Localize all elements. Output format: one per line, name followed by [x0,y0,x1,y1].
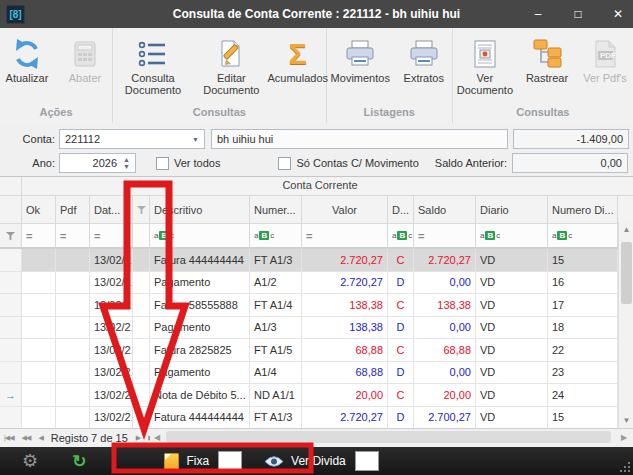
column-header-valor[interactable]: Valor [302,196,388,223]
cell-valor[interactable]: 68,88 [302,362,388,384]
gear-icon[interactable]: ⚙ [22,452,38,470]
cell-filter[interactable] [133,294,150,316]
minimize-button[interactable]: – [531,7,545,21]
cell-descritivo[interactable]: Pagamento [150,317,250,339]
cell-dc[interactable]: C [388,249,414,271]
cell-ok[interactable] [22,317,56,339]
cell-dc[interactable]: D [388,407,414,429]
cell-diario[interactable]: VD [476,407,548,429]
extratos-button[interactable]: Extratos [396,34,452,86]
band-title[interactable]: Conta Corrente [22,177,618,195]
cell-numero-diario[interactable]: 15 [548,407,618,429]
ver-divida-checkbox[interactable] [355,451,379,471]
cell-saldo[interactable]: 2.720,27 [414,249,476,271]
cell-valor[interactable]: 2.720,27 [302,249,388,271]
consulta-documento-button[interactable]: Consulta Documento [113,34,193,98]
filter-cell-indicator[interactable] [0,224,22,247]
ver-todos-checkbox[interactable] [156,157,169,170]
cell-valor[interactable]: 2.720,27 [302,407,388,429]
cell-saldo[interactable]: 0,00 [414,317,476,339]
cell-ok[interactable] [22,407,56,429]
scroll-left-icon[interactable]: ◀ [150,429,164,445]
table-row[interactable]: 13/02/2... Fatura 2825825 FT A1/5 68,88 … [0,339,633,362]
cell-descritivo[interactable]: Fatura 444444444 [150,407,250,429]
cell-filter[interactable] [133,407,150,429]
cell-data[interactable]: 13/02/2... [90,249,133,271]
cell-numero-diario[interactable]: 24 [548,384,618,406]
cell-pdf[interactable] [56,317,90,339]
cell-ok[interactable] [22,362,56,384]
close-button[interactable]: ✕ [611,7,625,21]
cell-filter[interactable] [133,249,150,271]
table-row[interactable]: 13/02/2... Fatura 444444444 FT A1/3 2.72… [0,407,633,430]
table-row[interactable]: 13/02/2... Pagamento A1/4 68,88 D 0,00 V… [0,362,633,385]
cell-saldo[interactable]: 138,38 [414,294,476,316]
filter-cell-numero[interactable]: aBc [250,224,302,247]
cell-saldo[interactable]: 20,00 [414,384,476,406]
column-header-dc[interactable]: D... [388,196,414,223]
table-row[interactable]: 13/02/2... Pagamento A1/2 2.720,27 D 0,0… [0,272,633,295]
cell-descritivo[interactable]: Pagamento [150,272,250,294]
spin-up-icon[interactable]: ▲ [123,156,130,163]
filter-cell-data[interactable]: = [90,224,133,247]
nav-next-button[interactable]: ▶ [132,434,144,442]
cell-ok[interactable] [22,339,56,361]
filter-cell-valor[interactable]: = [302,224,388,247]
horizontal-scroll-thumb[interactable] [166,431,611,443]
refresh-green-icon[interactable]: ↻ [72,451,86,472]
movimentos-button[interactable]: Movimentos [327,34,394,86]
cell-filter[interactable] [133,272,150,294]
filter-cell-numero-di[interactable]: aBc [548,224,618,247]
resize-grip-icon[interactable] [628,470,630,472]
cell-numero[interactable]: A1/4 [250,362,302,384]
column-header-descritivo[interactable]: Descritivo [150,196,250,223]
spin-down-icon[interactable]: ▼ [123,163,130,170]
ano-spinner[interactable]: 2026 ▲ ▼ [59,153,136,173]
maximize-button[interactable]: □ [571,7,585,21]
conta-descricao-field[interactable]: bh uihiu hui [211,129,508,149]
cell-data[interactable]: 13/02/2... [90,362,133,384]
editar-documento-button[interactable]: Editar Documento [195,34,268,98]
cell-numero[interactable]: FT A1/3 [250,407,302,429]
chevron-down-icon[interactable]: ▼ [192,136,199,143]
cell-data[interactable]: 13/02/2... [90,317,133,339]
cell-data[interactable]: 13/02/2... [90,407,133,429]
nav-prev-page-button[interactable]: ◀◀ [18,434,35,442]
cell-ok[interactable] [22,384,56,406]
cell-pdf[interactable] [56,272,90,294]
cell-dc[interactable]: C [388,294,414,316]
cell-diario[interactable]: VD [476,339,548,361]
cell-descritivo[interactable]: Nota de Débito 5... [150,384,250,406]
horizontal-scrollbar[interactable]: ◀ ▶ [150,429,631,445]
cell-pdf[interactable] [56,339,90,361]
cell-ok[interactable] [22,249,56,271]
cell-data[interactable]: 13/02/2... [90,384,133,406]
table-row[interactable]: 13/02/2... Fatura 58555888 FT A1/4 138,3… [0,294,633,317]
cell-descritivo[interactable]: Fatura 444444444 [150,249,250,271]
cell-numero[interactable]: A1/3 [250,317,302,339]
cell-ok[interactable] [22,294,56,316]
cell-numero-diario[interactable]: 22 [548,339,618,361]
cell-diario[interactable]: VD [476,317,548,339]
cell-saldo[interactable]: 0,00 [414,362,476,384]
cell-filter[interactable] [133,339,150,361]
conta-combobox[interactable]: 221112 ▼ [59,129,205,149]
cell-filter[interactable] [133,317,150,339]
cell-filter[interactable] [133,384,150,406]
scroll-down-icon[interactable]: ▼ [619,413,633,428]
acumulados-button[interactable]: Σ Acumulados [270,34,326,86]
cell-filter[interactable] [133,362,150,384]
cell-numero[interactable]: A1/2 [250,272,302,294]
rastrear-button[interactable]: Rastrear [519,34,575,86]
cell-saldo[interactable]: 0,00 [414,272,476,294]
cell-valor[interactable]: 138,38 [302,294,388,316]
cell-saldo[interactable]: 2.700,27 [414,407,476,429]
ver-documento-button[interactable]: Ver Documento [453,34,517,98]
cell-valor[interactable]: 138,38 [302,317,388,339]
cell-dc[interactable]: C [388,384,414,406]
filter-cell-saldo[interactable]: = [414,224,476,247]
column-header-ok[interactable]: Ok [22,196,56,223]
column-header-filter[interactable] [133,196,150,223]
atualizar-button[interactable]: Atualizar [0,34,55,86]
cell-dc[interactable]: D [388,272,414,294]
